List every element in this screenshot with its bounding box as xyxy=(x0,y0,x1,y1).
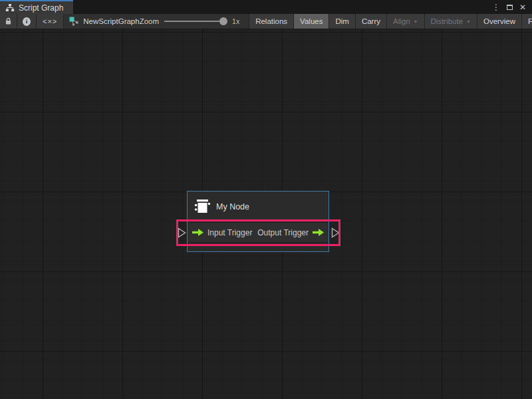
kebab-menu-icon: ⋮ xyxy=(492,3,500,12)
tab-script-graph[interactable]: Script Graph xyxy=(0,0,73,14)
info-icon: i xyxy=(23,17,31,26)
relations-button[interactable]: Relations xyxy=(249,14,294,29)
script-graph-icon xyxy=(69,17,79,26)
graph-breadcrumb-section: NewScriptGraph Zoom 1x xyxy=(64,14,249,29)
values-label: Values xyxy=(300,17,323,25)
info-button[interactable]: i xyxy=(17,14,37,29)
maximize-button[interactable] xyxy=(504,2,515,13)
tab-bar: Script Graph ⋮ ✕ xyxy=(0,0,532,14)
align-dropdown-button[interactable]: Align ▼ xyxy=(387,14,425,29)
node-title: My Node xyxy=(216,202,249,211)
fullscreen-button[interactable]: Full Screen xyxy=(522,14,532,29)
values-button[interactable]: Values xyxy=(294,14,329,29)
zoom-value: 1x xyxy=(232,17,239,25)
align-label: Align xyxy=(393,17,410,25)
tab-title: Script Graph xyxy=(19,3,63,13)
overview-label: Overview xyxy=(483,17,515,25)
close-button[interactable]: ✕ xyxy=(517,2,528,13)
graph-hierarchy-icon xyxy=(5,4,15,12)
node-footer xyxy=(188,243,329,251)
carry-button[interactable]: Carry xyxy=(356,14,387,29)
overview-button[interactable]: Overview xyxy=(477,14,522,29)
carry-label: Carry xyxy=(362,17,380,25)
output-trigger-port[interactable]: Output Trigger xyxy=(257,228,324,237)
input-port-label: Input Trigger xyxy=(207,228,252,237)
chevron-down-icon: ▼ xyxy=(466,19,471,24)
maximize-icon xyxy=(507,5,513,10)
unit-node-icon xyxy=(194,198,211,215)
dim-button[interactable]: Dim xyxy=(329,14,355,29)
zoom-slider[interactable] xyxy=(164,21,225,22)
input-connector-triangle-icon[interactable] xyxy=(178,227,186,238)
node-ports-row: Input Trigger Output Trigger xyxy=(188,222,329,243)
close-icon: ✕ xyxy=(519,3,526,12)
zoom-slider-handle[interactable] xyxy=(219,17,227,25)
output-port-label: Output Trigger xyxy=(257,228,309,237)
output-connector-triangle-icon[interactable] xyxy=(331,227,340,238)
node-header[interactable]: My Node xyxy=(188,192,329,222)
chevron-down-icon: ▼ xyxy=(414,19,418,24)
code-icon: <×> xyxy=(43,17,57,25)
flow-arrow-icon xyxy=(192,229,203,236)
window-controls: ⋮ ✕ xyxy=(491,0,532,14)
input-trigger-port[interactable]: Input Trigger xyxy=(192,228,252,237)
zoom-label: Zoom xyxy=(140,17,159,25)
graph-canvas[interactable]: My Node Input Trigger Output Trigger xyxy=(0,29,532,399)
distribute-label: Distribute xyxy=(431,17,464,25)
window-menu-button[interactable]: ⋮ xyxy=(491,2,501,13)
graph-name-breadcrumb[interactable]: NewScriptGraph xyxy=(83,17,139,25)
flow-arrow-icon xyxy=(313,229,324,236)
node-my-node[interactable]: My Node Input Trigger Output Trigger xyxy=(187,191,329,252)
relations-label: Relations xyxy=(255,17,287,25)
fullscreen-label: Full Screen xyxy=(528,17,532,25)
lock-icon xyxy=(5,17,11,25)
dim-label: Dim xyxy=(335,17,348,25)
lock-button[interactable] xyxy=(0,14,17,29)
code-preview-toggle-button[interactable]: <×> xyxy=(37,14,64,29)
graph-toolbar: i <×> NewScriptGraph Zoom 1x Relations V… xyxy=(0,14,532,29)
distribute-dropdown-button[interactable]: Distribute ▼ xyxy=(425,14,478,29)
